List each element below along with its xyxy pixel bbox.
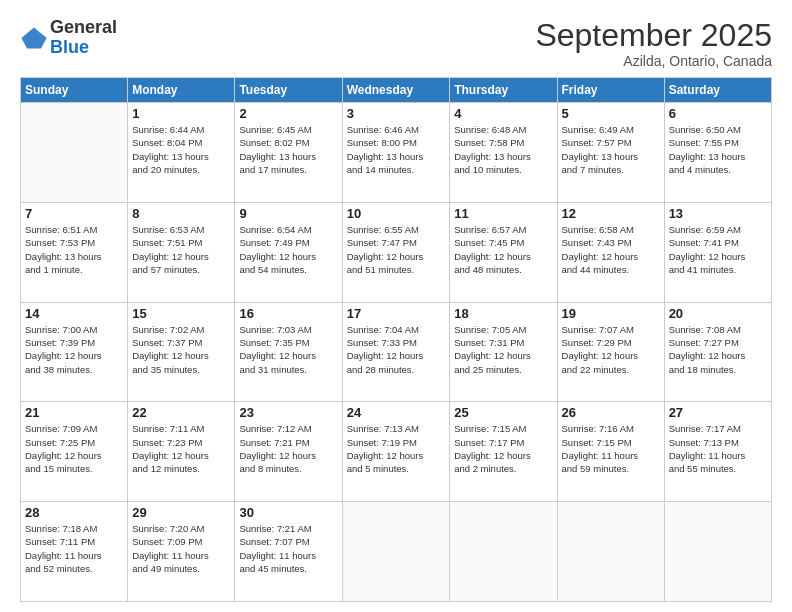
day-info: Sunrise: 7:03 AM Sunset: 7:35 PM Dayligh…: [239, 323, 337, 376]
day-info: Sunrise: 6:57 AM Sunset: 7:45 PM Dayligh…: [454, 223, 552, 276]
day-number: 22: [132, 405, 230, 420]
week-row-1: 7Sunrise: 6:51 AM Sunset: 7:53 PM Daylig…: [21, 202, 772, 302]
weekday-header-saturday: Saturday: [664, 78, 771, 103]
calendar-cell: 24Sunrise: 7:13 AM Sunset: 7:19 PM Dayli…: [342, 402, 450, 502]
week-row-3: 21Sunrise: 7:09 AM Sunset: 7:25 PM Dayli…: [21, 402, 772, 502]
day-number: 7: [25, 206, 123, 221]
day-number: 17: [347, 306, 446, 321]
day-number: 30: [239, 505, 337, 520]
calendar-cell: 5Sunrise: 6:49 AM Sunset: 7:57 PM Daylig…: [557, 103, 664, 203]
weekday-header-sunday: Sunday: [21, 78, 128, 103]
calendar-cell: 26Sunrise: 7:16 AM Sunset: 7:15 PM Dayli…: [557, 402, 664, 502]
calendar-cell: 14Sunrise: 7:00 AM Sunset: 7:39 PM Dayli…: [21, 302, 128, 402]
day-info: Sunrise: 6:54 AM Sunset: 7:49 PM Dayligh…: [239, 223, 337, 276]
calendar-cell: 11Sunrise: 6:57 AM Sunset: 7:45 PM Dayli…: [450, 202, 557, 302]
calendar-cell: [342, 502, 450, 602]
day-number: 26: [562, 405, 660, 420]
day-info: Sunrise: 7:16 AM Sunset: 7:15 PM Dayligh…: [562, 422, 660, 475]
day-number: 13: [669, 206, 767, 221]
calendar-cell: 25Sunrise: 7:15 AM Sunset: 7:17 PM Dayli…: [450, 402, 557, 502]
day-number: 9: [239, 206, 337, 221]
day-number: 11: [454, 206, 552, 221]
day-info: Sunrise: 6:51 AM Sunset: 7:53 PM Dayligh…: [25, 223, 123, 276]
day-info: Sunrise: 7:04 AM Sunset: 7:33 PM Dayligh…: [347, 323, 446, 376]
svg-marker-0: [21, 27, 46, 48]
title-block: September 2025 Azilda, Ontario, Canada: [535, 18, 772, 69]
calendar-cell: [664, 502, 771, 602]
week-row-4: 28Sunrise: 7:18 AM Sunset: 7:11 PM Dayli…: [21, 502, 772, 602]
day-info: Sunrise: 6:50 AM Sunset: 7:55 PM Dayligh…: [669, 123, 767, 176]
calendar-cell: 23Sunrise: 7:12 AM Sunset: 7:21 PM Dayli…: [235, 402, 342, 502]
day-info: Sunrise: 6:46 AM Sunset: 8:00 PM Dayligh…: [347, 123, 446, 176]
calendar-cell: 9Sunrise: 6:54 AM Sunset: 7:49 PM Daylig…: [235, 202, 342, 302]
day-info: Sunrise: 7:12 AM Sunset: 7:21 PM Dayligh…: [239, 422, 337, 475]
day-number: 15: [132, 306, 230, 321]
calendar-cell: 16Sunrise: 7:03 AM Sunset: 7:35 PM Dayli…: [235, 302, 342, 402]
day-info: Sunrise: 7:17 AM Sunset: 7:13 PM Dayligh…: [669, 422, 767, 475]
logo-text: General Blue: [50, 18, 117, 58]
header: General Blue September 2025 Azilda, Onta…: [20, 18, 772, 69]
logo-blue: Blue: [50, 38, 117, 58]
day-info: Sunrise: 6:44 AM Sunset: 8:04 PM Dayligh…: [132, 123, 230, 176]
logo-general: General: [50, 18, 117, 38]
day-number: 4: [454, 106, 552, 121]
day-info: Sunrise: 7:21 AM Sunset: 7:07 PM Dayligh…: [239, 522, 337, 575]
weekday-header-thursday: Thursday: [450, 78, 557, 103]
day-number: 29: [132, 505, 230, 520]
week-row-2: 14Sunrise: 7:00 AM Sunset: 7:39 PM Dayli…: [21, 302, 772, 402]
day-info: Sunrise: 6:53 AM Sunset: 7:51 PM Dayligh…: [132, 223, 230, 276]
month-title: September 2025: [535, 18, 772, 53]
day-info: Sunrise: 7:05 AM Sunset: 7:31 PM Dayligh…: [454, 323, 552, 376]
day-number: 12: [562, 206, 660, 221]
calendar-cell: 1Sunrise: 6:44 AM Sunset: 8:04 PM Daylig…: [128, 103, 235, 203]
weekday-header-monday: Monday: [128, 78, 235, 103]
logo: General Blue: [20, 18, 117, 58]
weekday-header-tuesday: Tuesday: [235, 78, 342, 103]
calendar-cell: 7Sunrise: 6:51 AM Sunset: 7:53 PM Daylig…: [21, 202, 128, 302]
calendar-cell: [557, 502, 664, 602]
calendar-cell: 2Sunrise: 6:45 AM Sunset: 8:02 PM Daylig…: [235, 103, 342, 203]
day-number: 25: [454, 405, 552, 420]
calendar-cell: 10Sunrise: 6:55 AM Sunset: 7:47 PM Dayli…: [342, 202, 450, 302]
calendar-cell: [450, 502, 557, 602]
logo-icon: [20, 24, 48, 52]
weekday-header-friday: Friday: [557, 78, 664, 103]
day-number: 21: [25, 405, 123, 420]
day-number: 1: [132, 106, 230, 121]
day-info: Sunrise: 6:55 AM Sunset: 7:47 PM Dayligh…: [347, 223, 446, 276]
calendar-cell: 21Sunrise: 7:09 AM Sunset: 7:25 PM Dayli…: [21, 402, 128, 502]
day-info: Sunrise: 6:45 AM Sunset: 8:02 PM Dayligh…: [239, 123, 337, 176]
day-number: 14: [25, 306, 123, 321]
calendar: SundayMondayTuesdayWednesdayThursdayFrid…: [20, 77, 772, 602]
calendar-cell: 28Sunrise: 7:18 AM Sunset: 7:11 PM Dayli…: [21, 502, 128, 602]
day-number: 18: [454, 306, 552, 321]
day-number: 10: [347, 206, 446, 221]
day-info: Sunrise: 6:48 AM Sunset: 7:58 PM Dayligh…: [454, 123, 552, 176]
day-number: 5: [562, 106, 660, 121]
calendar-cell: 18Sunrise: 7:05 AM Sunset: 7:31 PM Dayli…: [450, 302, 557, 402]
calendar-cell: 17Sunrise: 7:04 AM Sunset: 7:33 PM Dayli…: [342, 302, 450, 402]
calendar-cell: 3Sunrise: 6:46 AM Sunset: 8:00 PM Daylig…: [342, 103, 450, 203]
day-info: Sunrise: 7:09 AM Sunset: 7:25 PM Dayligh…: [25, 422, 123, 475]
day-number: 2: [239, 106, 337, 121]
weekday-header-row: SundayMondayTuesdayWednesdayThursdayFrid…: [21, 78, 772, 103]
day-number: 3: [347, 106, 446, 121]
weekday-header-wednesday: Wednesday: [342, 78, 450, 103]
calendar-cell: 6Sunrise: 6:50 AM Sunset: 7:55 PM Daylig…: [664, 103, 771, 203]
week-row-0: 1Sunrise: 6:44 AM Sunset: 8:04 PM Daylig…: [21, 103, 772, 203]
calendar-cell: 27Sunrise: 7:17 AM Sunset: 7:13 PM Dayli…: [664, 402, 771, 502]
day-number: 27: [669, 405, 767, 420]
day-info: Sunrise: 7:08 AM Sunset: 7:27 PM Dayligh…: [669, 323, 767, 376]
calendar-cell: 22Sunrise: 7:11 AM Sunset: 7:23 PM Dayli…: [128, 402, 235, 502]
calendar-cell: 20Sunrise: 7:08 AM Sunset: 7:27 PM Dayli…: [664, 302, 771, 402]
calendar-cell: [21, 103, 128, 203]
day-number: 19: [562, 306, 660, 321]
calendar-cell: 4Sunrise: 6:48 AM Sunset: 7:58 PM Daylig…: [450, 103, 557, 203]
day-info: Sunrise: 6:58 AM Sunset: 7:43 PM Dayligh…: [562, 223, 660, 276]
page: General Blue September 2025 Azilda, Onta…: [0, 0, 792, 612]
day-number: 28: [25, 505, 123, 520]
day-info: Sunrise: 7:20 AM Sunset: 7:09 PM Dayligh…: [132, 522, 230, 575]
day-number: 8: [132, 206, 230, 221]
day-number: 16: [239, 306, 337, 321]
day-number: 6: [669, 106, 767, 121]
